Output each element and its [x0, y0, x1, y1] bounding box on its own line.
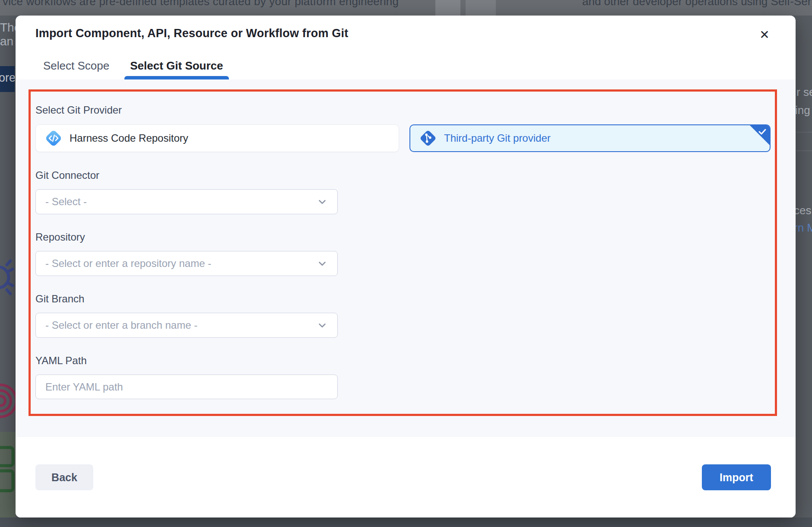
page: { "background": { "top_left_text": "vice… [0, 0, 812, 527]
dimmed-page-bottom-strip [0, 517, 812, 527]
background-text-fragment: ces, [794, 204, 812, 217]
learn-more-link-fragment: rn M [794, 221, 812, 235]
background-text-fragment: r sel [796, 86, 812, 99]
modal-body: Select Git Provider [16, 79, 796, 437]
modal-footer: Back Import [16, 437, 796, 517]
dimmed-card-patch [466, 0, 496, 16]
git-connector-select[interactable]: - Select - [35, 189, 338, 214]
git-branch-label: Git Branch [35, 292, 771, 305]
stacked-squares-icon [0, 446, 16, 493]
tab-select-git-source[interactable]: Select Git Source [130, 59, 223, 79]
chevron-down-icon [317, 196, 328, 207]
modal-title: Import Component, API, Resource or Workf… [35, 27, 776, 40]
select-placeholder: - Select - [45, 196, 87, 208]
provider-card-label: Harness Code Repository [70, 132, 188, 144]
provider-card-label: Third-party Git provider [444, 132, 551, 144]
modal-tabs: Select Scope Select Git Source [16, 40, 796, 79]
repository-field: Repository - Select or enter a repositor… [35, 231, 771, 276]
provider-card-harness-code[interactable]: Harness Code Repository [35, 124, 399, 152]
git-icon [418, 128, 438, 148]
dimmed-page-top-strip: vice workflows are pre-defined templates… [0, 0, 812, 16]
divider [796, 150, 812, 151]
background-text-fragment: and other developer operations using Sel… [582, 0, 811, 8]
explore-button-fragment: ore [0, 66, 15, 92]
git-branch-field: Git Branch - Select or enter a branch na… [35, 292, 771, 338]
modal-header: Import Component, API, Resource or Workf… [16, 16, 796, 40]
repository-select[interactable]: - Select or enter a repository name - [35, 251, 338, 276]
git-branch-select[interactable]: - Select or enter a branch name - [35, 313, 338, 338]
check-icon [757, 127, 768, 137]
import-from-git-modal: Import Component, API, Resource or Workf… [16, 16, 796, 517]
git-connector-field: Git Connector - Select - [35, 169, 771, 214]
dimmed-card-patch [435, 0, 460, 16]
chevron-down-icon [317, 258, 328, 269]
select-placeholder: - Select or enter a repository name - [45, 257, 211, 270]
select-placeholder: - Select or enter a branch name - [45, 319, 197, 331]
tab-select-scope[interactable]: Select Scope [43, 59, 109, 79]
git-provider-label: Select Git Provider [35, 104, 771, 117]
yaml-path-input[interactable] [35, 375, 338, 399]
chevron-down-icon [317, 320, 328, 331]
yaml-path-field: YAML Path [35, 354, 771, 399]
import-button[interactable]: Import [702, 464, 771, 490]
harness-code-icon [44, 128, 63, 148]
repository-label: Repository [35, 231, 771, 244]
git-connector-label: Git Connector [35, 169, 771, 182]
highlighted-form-region: Select Git Provider [29, 89, 777, 416]
explore-button-label: ore [0, 71, 15, 85]
background-text-fragment: vice workflows are pre-defined templates… [3, 0, 399, 8]
background-text-fragment: ing t [795, 104, 812, 117]
close-icon[interactable]: ✕ [755, 25, 774, 44]
back-button[interactable]: Back [35, 464, 93, 490]
gear-icon [0, 257, 16, 298]
divider [796, 132, 812, 133]
provider-card-third-party-git[interactable]: Third-party Git provider [409, 124, 771, 152]
git-provider-options: Harness Code Repository Third-party [35, 124, 771, 152]
background-text-fragment: an [0, 35, 13, 48]
background-text-fragment: The [0, 21, 16, 35]
yaml-path-label: YAML Path [35, 354, 771, 367]
